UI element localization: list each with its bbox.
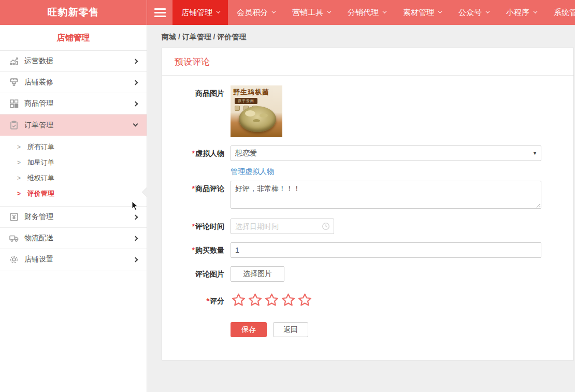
rating-label: *评分 [175, 293, 224, 309]
top-navbar: 旺豹新零售 店铺管理 会员积分 营销工具 分销代理 素材管理 公众号 小程 [0, 0, 575, 25]
virtual-person-select[interactable]: 想恋爱 [231, 146, 541, 161]
comment-label: *商品评论 [175, 181, 224, 196]
sidebar-title: 店铺管理 [0, 25, 147, 51]
hamburger-menu-icon[interactable] [147, 0, 172, 25]
save-button[interactable]: 保存 [231, 322, 267, 337]
sidebar-item-operations-data[interactable]: 运营数据 [0, 51, 147, 72]
chevron-right-icon [133, 101, 138, 106]
topnav-item-material-manage[interactable]: 素材管理 [394, 0, 450, 25]
topnav-item-marketing-tools[interactable]: 营销工具 [283, 0, 339, 25]
chevron-right-icon [133, 257, 138, 262]
comment-time-label: *评论时间 [175, 219, 224, 234]
back-button[interactable]: 返回 [273, 322, 308, 337]
chevron-right-icon [133, 59, 138, 64]
sidebar-subitem-starred-orders[interactable]: 加星订单 [0, 155, 147, 170]
chevron-right-icon [133, 214, 138, 220]
brush-icon [8, 77, 20, 88]
quantity-label: *购买数量 [175, 242, 224, 258]
rating-row: *评分 [175, 293, 561, 309]
chevron-down-icon [216, 9, 220, 13]
quantity-input[interactable] [231, 242, 541, 258]
star-icon[interactable] [231, 292, 247, 308]
topnav-item-distribution[interactable]: 分销代理 [339, 0, 394, 25]
sidebar-item-shop-settings[interactable]: 店铺设置 [0, 249, 147, 270]
manage-virtual-person-link[interactable]: 管理虚拟人物 [231, 167, 274, 177]
main-content: 商城 / 订单管理 / 评价管理 预设评论 商品图片 野生鸡枞菌 原于云南 [147, 25, 575, 392]
product-image-bowl [239, 106, 276, 132]
grid-icon [8, 98, 20, 109]
preset-review-card: 预设评论 商品图片 野生鸡枞菌 原于云南 [162, 48, 574, 360]
star-icon[interactable] [280, 292, 296, 308]
chevron-down-icon [485, 9, 490, 13]
comment-image-label: 评论图片 [175, 266, 224, 282]
comment-image-row: 评论图片 选择图片 [175, 266, 561, 282]
clipboard-icon [8, 120, 20, 131]
chart-icon [8, 55, 20, 67]
topnav-item-official-account[interactable]: 公众号 [450, 0, 497, 25]
sidebar-subitem-review-manage[interactable]: 评价管理 [0, 186, 147, 201]
star-icon[interactable] [297, 292, 313, 308]
chevron-down-icon [271, 9, 276, 13]
select-arrow-icon [533, 151, 537, 156]
rating-stars [231, 292, 313, 308]
order-manage-submenu: 所有订单 加星订单 维权订单 评价管理 [0, 136, 147, 207]
star-icon[interactable] [264, 292, 280, 308]
comment-time-input[interactable] [231, 219, 334, 234]
comment-textarea[interactable]: 好评，非常棒！！！ [231, 181, 541, 209]
topnav-item-member-points[interactable]: 会员积分 [228, 0, 283, 25]
card-title: 预设评论 [162, 48, 573, 76]
topnav-item-mini-program[interactable]: 小程序 [497, 0, 545, 25]
finance-icon [8, 211, 20, 223]
product-image[interactable]: 野生鸡枞菌 原于云南 [231, 85, 282, 137]
sidebar-item-finance-manage[interactable]: 财务管理 [0, 207, 147, 228]
star-icon[interactable] [247, 292, 263, 308]
topnav-items: 店铺管理 会员积分 营销工具 分销代理 素材管理 公众号 小程序 系统管理 [172, 0, 575, 25]
sidebar-item-shop-decoration[interactable]: 店铺装修 [0, 72, 147, 93]
comment-row: *商品评论 好评，非常棒！！！ [175, 181, 561, 210]
chevron-down-icon [327, 9, 331, 13]
product-image-label: 商品图片 [175, 85, 224, 101]
sidebar-subitem-rights-orders[interactable]: 维权订单 [0, 170, 147, 186]
clock-icon [322, 222, 330, 232]
sidebar-item-logistics[interactable]: 物流配送 [0, 228, 147, 249]
sidebar-item-order-manage[interactable]: 订单管理 [0, 114, 147, 136]
breadcrumb: 商城 / 订单管理 / 评价管理 [147, 25, 575, 42]
virtual-person-row: *虚拟人物 想恋爱 管理虚拟人物 [175, 146, 561, 177]
sidebar: 店铺管理 运营数据 店铺装修 [0, 25, 147, 392]
topnav-item-system-manage[interactable]: 系统管理 [545, 0, 575, 25]
action-buttons-row: 保存 返回 [175, 322, 561, 337]
chevron-down-icon [438, 9, 442, 13]
chevron-right-icon [133, 236, 138, 241]
truck-icon [8, 233, 20, 244]
virtual-person-label: *虚拟人物 [175, 146, 224, 161]
sidebar-item-product-manage[interactable]: 商品管理 [0, 93, 147, 114]
active-item-notch [142, 187, 147, 197]
sidebar-subitem-all-orders[interactable]: 所有订单 [0, 139, 147, 155]
chevron-right-icon [133, 80, 138, 85]
chevron-down-icon [382, 9, 386, 13]
product-image-row: 商品图片 野生鸡枞菌 原于云南 [175, 85, 561, 137]
brand-logo[interactable]: 旺豹新零售 [0, 0, 147, 25]
gear-icon [8, 254, 20, 265]
chevron-down-icon [133, 122, 138, 127]
topnav-item-shop-manage[interactable]: 店铺管理 [172, 0, 228, 25]
comment-time-row: *评论时间 [175, 219, 561, 234]
choose-image-button[interactable]: 选择图片 [231, 266, 284, 282]
quantity-row: *购买数量 [175, 242, 561, 258]
chevron-down-icon [533, 9, 537, 13]
